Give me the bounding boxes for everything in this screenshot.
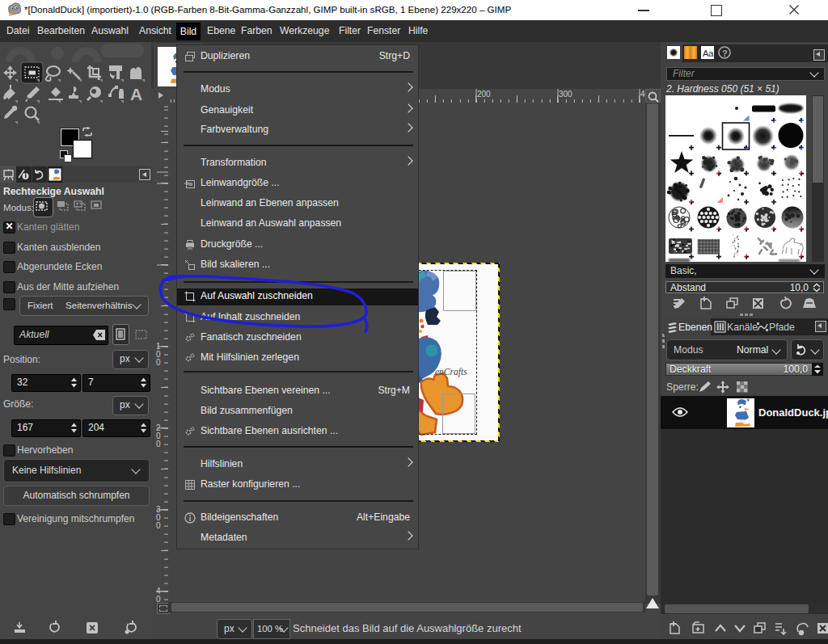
svg-text:?: ? (722, 48, 728, 58)
svg-text:A: A (130, 85, 142, 103)
svg-text:Aa: Aa (703, 48, 714, 58)
